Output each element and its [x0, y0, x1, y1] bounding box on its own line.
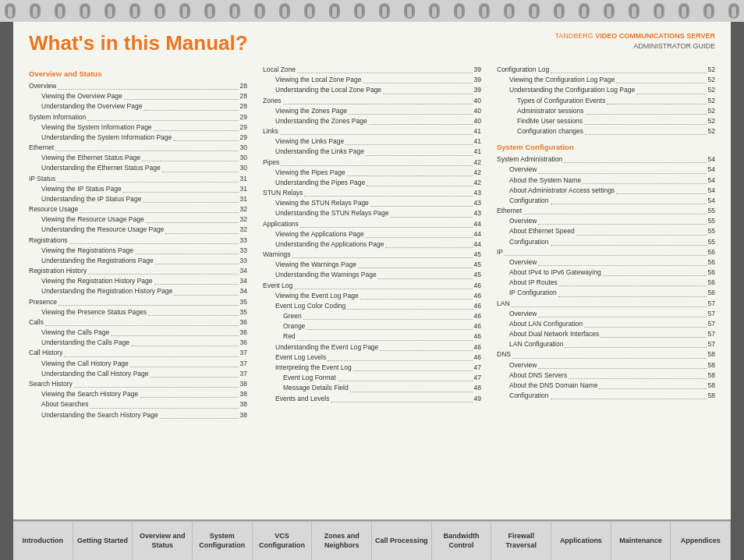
- toc-dots: [148, 307, 239, 316]
- toc-label: Warnings: [263, 250, 291, 260]
- toc-label: Understanding the Warnings Page: [275, 270, 377, 280]
- toc-dots: [538, 216, 706, 225]
- nav-tab-8[interactable]: Firewall Traversal: [491, 521, 551, 560]
- page-header: What's in this Manual? TANDBERG VIDEO CO…: [13, 22, 731, 60]
- toc-entry: Message Details Field48: [263, 383, 481, 393]
- nav-tab-4[interactable]: VCS Configuration: [253, 521, 313, 560]
- toc-entry: About LAN Configuration57: [497, 319, 715, 329]
- toc-entry: Warnings45: [263, 250, 481, 260]
- toc-entry: Overview56: [497, 257, 715, 268]
- section-title-1: Overview and Status: [29, 69, 247, 78]
- toc-page: 58: [708, 391, 715, 401]
- toc-label: Understanding the Local Zone Page: [275, 85, 381, 95]
- toc-dots: [135, 246, 239, 254]
- toc-page: 56: [708, 278, 715, 288]
- binding-hole: [154, 3, 165, 19]
- toc-label: Understanding the IP Status Page: [41, 194, 141, 204]
- toc-page: 42: [474, 158, 481, 168]
- toc-label: Call History: [29, 348, 62, 358]
- toc-label: FindMe User sessions: [517, 116, 583, 126]
- toc-page: 44: [474, 239, 481, 250]
- toc-entry: Administrator sessions52: [497, 106, 715, 116]
- toc-entry: Understanding the Registrations Page33: [29, 256, 247, 266]
- nav-tab-3[interactable]: System Configuration: [193, 521, 253, 560]
- toc-page: 30: [240, 153, 247, 163]
- toc-page: 29: [240, 112, 247, 122]
- toc-entry: Interpreting the Event Log47: [263, 363, 481, 373]
- page-title: What's in this Manual?: [29, 31, 248, 55]
- toc-entry: Viewing the Event Log Page46: [263, 291, 481, 301]
- toc-label: Message Details Field: [283, 383, 349, 393]
- toc-page: 52: [708, 116, 715, 126]
- nav-tab-2[interactable]: Overview and Status: [133, 521, 193, 560]
- content-area: Overview and StatusOverview28Viewing the…: [13, 60, 731, 519]
- toc-entry: Overview55: [497, 216, 715, 226]
- binding-hole: [354, 3, 365, 19]
- toc-label: Understanding the Links Page: [275, 147, 364, 157]
- toc-entry: Viewing the Calls Page36: [29, 328, 247, 338]
- nav-tab-10[interactable]: Maintenance: [611, 521, 671, 560]
- toc-label: Presence: [29, 297, 57, 307]
- nav-tab-9[interactable]: Applications: [551, 521, 611, 560]
- toc-label: About IPv4 to IPv6 Gatewaying: [509, 268, 601, 278]
- binding-hole: [379, 3, 390, 19]
- toc-dots: [603, 268, 707, 276]
- toc-page: 55: [708, 237, 715, 247]
- toc-page: 54: [708, 165, 715, 175]
- toc-label: Search History: [29, 379, 73, 389]
- toc-label: About Administrator Access settings: [509, 186, 615, 196]
- nav-tab-5[interactable]: Zones and Neighbors: [312, 521, 372, 560]
- toc-label: Events and Levels: [275, 394, 329, 404]
- toc-page: 46: [474, 321, 481, 331]
- toc-page: 45: [474, 260, 481, 270]
- toc-dots: [538, 165, 706, 173]
- toc-dots: [345, 136, 472, 145]
- toc-page: 37: [240, 369, 247, 379]
- toc-dots: [280, 126, 473, 135]
- toc-page: 43: [474, 198, 481, 208]
- toc-label: Viewing the Registration History Page: [41, 276, 153, 286]
- toc-dots: [90, 399, 238, 408]
- toc-entry: Viewing the Overview Page28: [29, 91, 247, 101]
- toc-dots: [331, 394, 472, 402]
- toc-dots: [69, 236, 239, 244]
- toc-entry: Viewing the System Information Page29: [29, 122, 247, 133]
- toc-dots: [57, 174, 238, 183]
- toc-dots: [583, 175, 706, 184]
- toc-dots: [304, 188, 472, 197]
- nav-tab-7[interactable]: Bandwidth Control: [432, 521, 492, 560]
- binding-hole: [504, 3, 515, 19]
- toc-entry: Understanding the System Information Pag…: [29, 133, 247, 143]
- toc-page: 28: [240, 101, 247, 112]
- nav-tab-6[interactable]: Call Processing: [372, 521, 432, 560]
- toc-page: 32: [240, 225, 247, 235]
- toc-dots: [74, 379, 239, 388]
- toc-page: 33: [240, 246, 247, 256]
- header-right: TANDBERG VIDEO COMMUNICATIONS SERVER ADM…: [554, 31, 715, 51]
- toc-dots: [584, 116, 706, 125]
- toc-entry: Understanding the Registration History P…: [29, 286, 247, 296]
- toc-page: 36: [240, 328, 247, 338]
- toc-label: Overview: [509, 216, 537, 226]
- toc-dots: [123, 184, 239, 193]
- nav-tab-1[interactable]: Getting Started: [73, 521, 133, 560]
- toc-dots: [297, 65, 472, 73]
- toc-dots: [294, 281, 472, 289]
- toc-page: 40: [474, 96, 481, 106]
- toc-entry: Presence35: [29, 297, 247, 307]
- toc-label: Viewing the Ethernet Status Page: [41, 153, 140, 163]
- toc-entry: Understanding the Event Log Page46: [263, 342, 481, 353]
- toc-entry: Green46: [263, 311, 481, 321]
- toc-dots: [551, 391, 707, 399]
- toc-label: Configuration changes: [517, 126, 583, 136]
- toc-dots: [349, 106, 473, 115]
- toc-dots: [124, 91, 239, 100]
- toc-dots: [143, 194, 238, 203]
- nav-tab-11[interactable]: Appendices: [671, 521, 731, 560]
- toc-label: Understanding the Ethernet Status Page: [41, 163, 161, 173]
- toc-label: LAN Configuration: [509, 339, 563, 349]
- toc-page: 41: [474, 147, 481, 157]
- toc-entry: Links41: [263, 126, 481, 136]
- nav-tab-0[interactable]: Introduction: [13, 521, 73, 560]
- toc-page: 38: [240, 379, 247, 389]
